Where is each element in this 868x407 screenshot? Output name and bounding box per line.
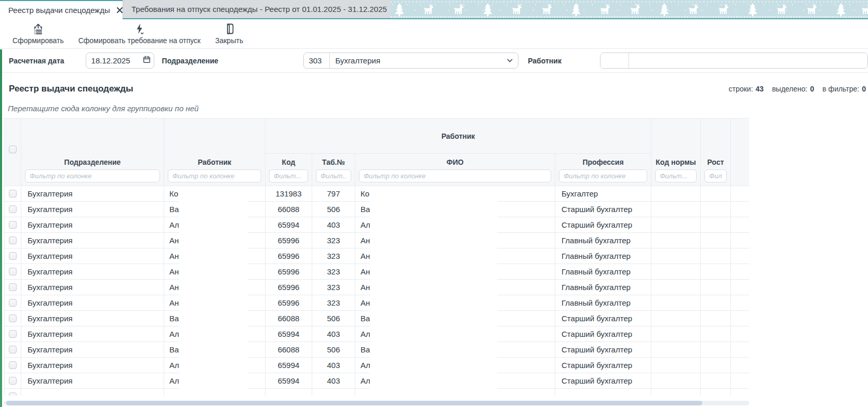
cell-profession[interactable]: Старший бухгалтер [555,373,651,389]
cell-profession[interactable]: Старший бухгалтер [555,217,651,233]
cell-height[interactable] [701,342,731,358]
cell-profession[interactable]: Старший бухгалтер [555,202,651,217]
cell-code[interactable]: 65996 [265,264,312,280]
cell-tab-no[interactable]: 403 [312,217,355,233]
cell-department[interactable]: Бухгалтерия [21,326,164,342]
col-header-height[interactable]: Рост [701,119,731,186]
cell-tab-no[interactable]: 403 [312,358,355,373]
cell-department[interactable]: Бухгалтерия [21,311,164,326]
cell-tab-no[interactable]: 323 [312,295,355,311]
cell-height[interactable] [701,264,731,280]
cell-code[interactable]: 65994 [265,326,312,342]
cell-tab-no[interactable]: 323 [312,233,355,248]
cell-height[interactable] [701,233,731,248]
close-button[interactable]: Закрыть [212,22,246,46]
cell-profession[interactable]: Главный бухгалтер [555,233,651,248]
cell-height[interactable] [701,295,731,311]
cell-department[interactable]: Бухгалтерия [21,264,164,280]
cell-tab-no[interactable] [312,389,355,396]
cell-tab-no[interactable]: 323 [312,264,355,280]
cell-norm-code[interactable] [651,373,701,389]
scrollbar-thumb[interactable] [6,401,702,405]
cell-profession[interactable] [555,389,651,396]
cell-height[interactable] [701,202,731,217]
cell-tab-no[interactable]: 506 [312,311,355,326]
row-checkbox[interactable] [9,205,17,213]
col-header-profession[interactable]: Профессия [555,154,651,186]
cell-profession[interactable]: Главный бухгалтер [555,264,651,280]
cell-code[interactable]: 65996 [265,248,312,264]
cell-norm-code[interactable] [651,326,701,342]
cell-norm-code[interactable] [651,358,701,373]
cell-department[interactable]: Бухгалтерия [21,202,164,217]
col-header-norm-code[interactable]: Код нормы [651,119,701,186]
row-checkbox[interactable] [9,392,17,396]
row-checkbox[interactable] [9,346,17,353]
row-checkbox[interactable] [9,361,17,369]
cell-height[interactable] [701,248,731,264]
cell-department[interactable]: Бухгалтерия [21,280,164,295]
calendar-icon[interactable] [142,55,151,66]
cell-norm-code[interactable] [651,233,701,248]
cell-department[interactable]: Бухгалтерия [21,186,164,202]
cell-height[interactable] [701,326,731,342]
col-header-code[interactable]: Код [265,154,312,186]
cell-department[interactable]: Бухгалтерия [21,233,164,248]
cell-tab-no[interactable]: 323 [312,248,355,264]
cell-height[interactable] [701,311,731,326]
row-checkbox[interactable] [9,237,17,244]
filter-height-input[interactable] [704,169,727,182]
col-header-department[interactable]: Подразделение [21,119,164,186]
row-checkbox[interactable] [9,314,17,322]
cell-department[interactable]: Бухгалтерия [21,358,164,373]
cell-height[interactable] [701,373,731,389]
cell-code[interactable]: 65996 [265,280,312,295]
col-header-tab-no[interactable]: Таб.№ [312,154,355,186]
cell-tab-no[interactable]: 797 [312,186,355,202]
row-checkbox[interactable] [9,221,17,229]
cell-code[interactable]: 65996 [265,295,312,311]
department-name[interactable]: Бухгалтерия [330,56,506,65]
generate-button[interactable]: Сформировать [9,22,67,46]
cell-code[interactable]: 66088 [265,342,312,358]
cell-tab-no[interactable]: 403 [312,326,355,342]
cell-department[interactable]: Бухгалтерия [21,295,164,311]
cell-norm-code[interactable] [651,295,701,311]
horizontal-scrollbar[interactable] [4,401,749,405]
row-checkbox[interactable] [9,283,17,291]
filter-department-input[interactable] [25,169,160,182]
cell-norm-code[interactable] [651,311,701,326]
row-checkbox[interactable] [9,190,17,198]
filter-tab-no-input[interactable] [316,169,351,182]
cell-norm-code[interactable] [651,280,701,295]
filter-employee-input[interactable] [168,169,261,182]
row-checkbox[interactable] [9,299,17,307]
cell-profession[interactable]: Главный бухгалтер [555,280,651,295]
cell-code[interactable]: 66088 [265,202,312,217]
cell-code[interactable]: 65994 [265,373,312,389]
cell-height[interactable] [701,280,731,295]
cell-profession[interactable]: Главный бухгалтер [555,295,651,311]
cell-height[interactable] [701,358,731,373]
cell-profession[interactable]: Бухгалтер [555,186,651,202]
cell-code[interactable]: 65994 [265,358,312,373]
cell-department[interactable] [21,389,164,396]
cell-profession[interactable]: Старший бухгалтер [555,311,651,326]
cell-norm-code[interactable] [651,248,701,264]
chevron-down-icon[interactable] [506,57,518,64]
row-checkbox[interactable] [9,252,17,260]
cell-profession[interactable]: Старший бухгалтер [555,342,651,358]
cell-profession[interactable]: Главный бухгалтер [555,248,651,264]
col-header-employee[interactable]: Работник [164,119,265,186]
tab-registry[interactable]: Реестр выдачи спецодежды [0,0,123,19]
generate-requirement-button[interactable]: Сфомировать требование на отпуск [75,22,204,46]
group-drop-zone[interactable]: Перетащите сюда колонку для группировки … [0,94,868,113]
employee-code-input[interactable] [600,53,629,68]
cell-norm-code[interactable] [651,389,701,396]
cell-norm-code[interactable] [651,186,701,202]
filter-fio-input[interactable] [359,169,551,182]
cell-norm-code[interactable] [651,342,701,358]
filter-norm-code-input[interactable] [655,169,697,182]
tab-requirements[interactable]: Требования на отпуск спецодежды - Реестр… [123,0,391,18]
cell-norm-code[interactable] [651,217,701,233]
